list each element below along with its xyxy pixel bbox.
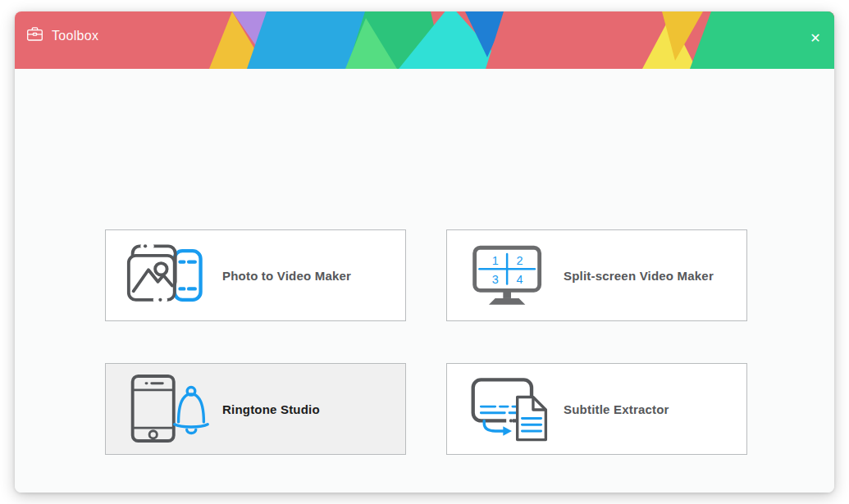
- svg-text:2: 2: [517, 254, 523, 267]
- card-label: Ringtone Studio: [222, 402, 320, 416]
- toolbox-icon: [26, 26, 43, 45]
- close-button[interactable]: ✕: [803, 26, 828, 51]
- split-screen-icon: 1 2 3 4: [467, 237, 554, 314]
- svg-text:3: 3: [492, 273, 499, 286]
- photo-to-video-icon: [126, 237, 212, 314]
- svg-text:4: 4: [517, 273, 523, 286]
- toolbox-window: Toolbox ✕: [15, 11, 834, 493]
- card-label: Split-screen Video Maker: [564, 269, 714, 283]
- subtitle-extractor-icon: [467, 370, 554, 447]
- card-label: Photo to Video Maker: [222, 269, 351, 283]
- card-label: Subtitle Extractor: [564, 402, 669, 416]
- toolbox-body: Photo to Video Maker 1 2 3 4: [15, 69, 834, 493]
- banner-triangles-decoration: [15, 11, 834, 69]
- card-photo-to-video-maker[interactable]: Photo to Video Maker: [105, 229, 406, 321]
- card-split-screen-video-maker[interactable]: 1 2 3 4 Split-screen Video Maker: [446, 229, 747, 321]
- svg-text:1: 1: [492, 254, 499, 267]
- ringtone-icon: [126, 370, 212, 447]
- window-title: Toolbox: [52, 29, 98, 43]
- card-ringtone-studio[interactable]: Ringtone Studio: [105, 363, 406, 455]
- titlebar: Toolbox ✕: [15, 11, 834, 69]
- card-subtitle-extractor[interactable]: Subtitle Extractor: [446, 363, 747, 455]
